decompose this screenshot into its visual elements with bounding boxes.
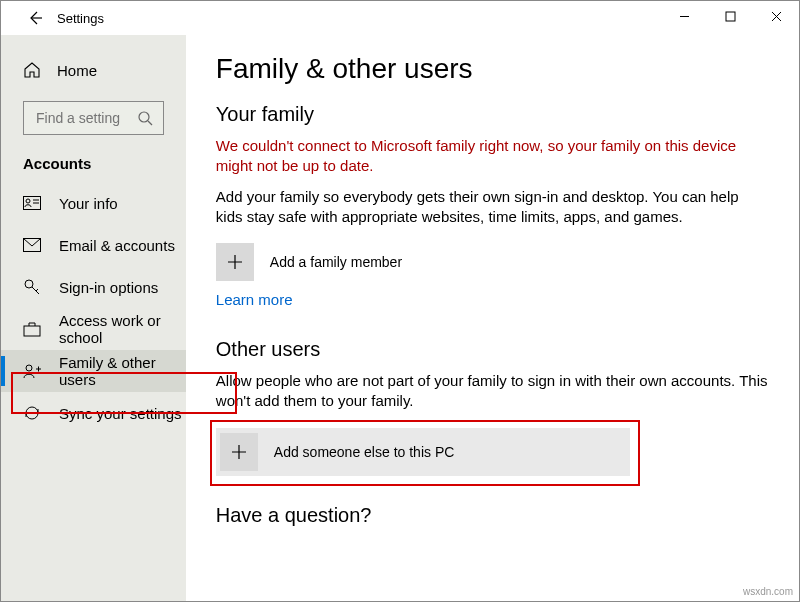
svg-point-7 [26,365,32,371]
back-button[interactable] [21,4,49,32]
watermark: wsxdn.com [743,586,793,597]
window-title: Settings [57,11,104,26]
search-icon [137,110,153,126]
add-someone-else-label: Add someone else to this PC [274,444,455,460]
add-family-member-button[interactable]: Add a family member [216,243,769,281]
add-someone-else-button[interactable]: Add someone else to this PC [216,428,630,476]
nav-your-info[interactable]: Your info [1,182,186,224]
nav-label: Sign-in options [59,279,158,296]
family-heading: Your family [216,103,769,126]
svg-rect-0 [726,12,735,21]
plus-icon [216,243,254,281]
nav-email-accounts[interactable]: Email & accounts [1,224,186,266]
key-icon [23,278,41,296]
nav-access-work-school[interactable]: Access work or school [1,308,186,350]
content-pane: Family & other users Your family We coul… [186,35,799,601]
plus-icon [220,433,258,471]
maximize-button[interactable] [707,1,753,31]
svg-point-5 [25,280,33,288]
home-link[interactable]: Home [1,49,186,91]
add-family-label: Add a family member [270,254,402,270]
briefcase-icon [23,322,41,337]
search-input[interactable] [34,109,137,127]
people-icon [23,363,41,379]
nav-signin-options[interactable]: Sign-in options [1,266,186,308]
nav-sync-settings[interactable]: Sync your settings [1,392,186,434]
window-controls [661,1,799,31]
minimize-button[interactable] [661,1,707,31]
nav-label: Family & other users [59,354,186,388]
home-icon [23,61,41,79]
close-button[interactable] [753,1,799,31]
family-error-text: We couldn't connect to Microsoft family … [216,136,769,177]
sync-icon [23,404,41,422]
nav-label: Access work or school [59,312,186,346]
mail-icon [23,238,41,252]
settings-window: Settings Home Accounts [0,0,800,602]
page-title: Family & other users [216,53,769,85]
section-heading: Accounts [1,135,186,182]
nav-label: Email & accounts [59,237,175,254]
question-heading: Have a question? [216,504,769,527]
family-description: Add your family so everybody gets their … [216,187,769,228]
svg-rect-6 [24,326,40,336]
nav-label: Sync your settings [59,405,182,422]
search-box[interactable] [23,101,164,135]
nav-label: Your info [59,195,118,212]
person-card-icon [23,196,41,210]
body: Home Accounts Your info Email & ac [1,35,799,601]
other-users-heading: Other users [216,338,769,361]
svg-point-1 [139,112,149,122]
titlebar: Settings [1,1,799,35]
other-users-description: Allow people who are not part of your fa… [216,371,769,412]
nav-list: Your info Email & accounts Sign-in optio… [1,182,186,434]
home-label: Home [57,62,97,79]
arrow-left-icon [27,10,43,26]
nav-family-other-users[interactable]: Family & other users [1,350,186,392]
svg-point-3 [26,199,30,203]
learn-more-link[interactable]: Learn more [216,291,769,308]
sidebar: Home Accounts Your info Email & ac [1,35,186,601]
